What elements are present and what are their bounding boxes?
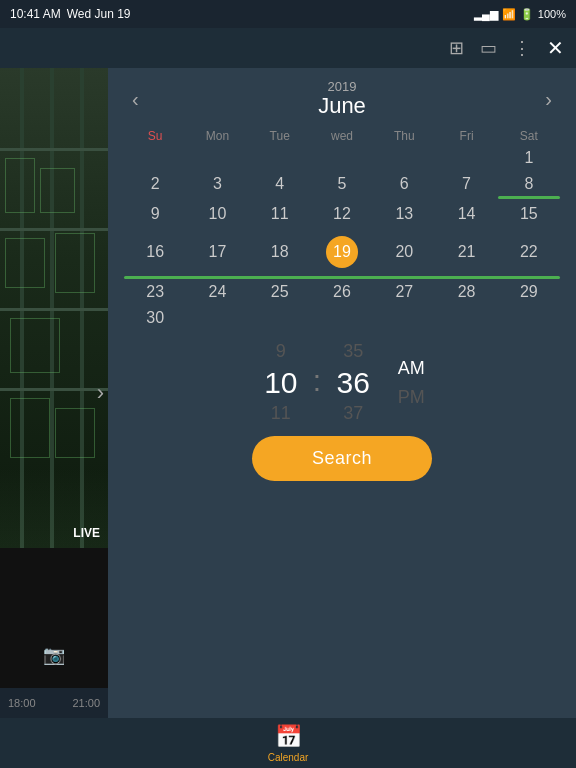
cal-day-13[interactable]: 13 [373, 201, 435, 227]
minute-below: 37 [343, 401, 363, 426]
grid-icon[interactable]: ⊞ [449, 37, 464, 59]
week-row-2: 9 10 11 12 13 14 15 [124, 201, 560, 231]
cal-cell-empty [186, 153, 248, 163]
time-separator: : [311, 364, 323, 398]
camera-scene [0, 68, 108, 548]
hour-column: 9 10 11 [251, 339, 311, 425]
cal-cell-empty [373, 153, 435, 163]
cal-cell-empty [435, 313, 497, 323]
cal-day-20[interactable]: 20 [373, 239, 435, 265]
bottom-tab-bar: 📅 Calendar [0, 718, 576, 768]
cal-day-26[interactable]: 26 [311, 279, 373, 305]
main-panel: ‹ 2019 June › Su Mon Tue wed Thu Fri Sat… [108, 68, 576, 718]
calendar-tab-label: Calendar [268, 752, 309, 763]
cal-day-30[interactable]: 30 [124, 305, 186, 331]
live-label: LIVE [73, 526, 100, 540]
battery-icon: 🔋 [520, 8, 534, 21]
calendar-month: June [318, 93, 366, 119]
signal-icon: ▂▄▆ [474, 8, 498, 21]
prev-month-button[interactable]: ‹ [124, 84, 147, 115]
week-row-4: 23 24 25 26 27 28 29 [124, 279, 560, 305]
cal-day-19-today[interactable]: 19 [311, 231, 373, 273]
status-right: ▂▄▆ 📶 🔋 100% [474, 8, 566, 21]
status-left: 10:41 AM Wed Jun 19 [10, 7, 131, 21]
cal-day-16[interactable]: 16 [124, 239, 186, 265]
cal-day-9[interactable]: 9 [124, 201, 186, 227]
hour-main: 10 [264, 365, 297, 401]
calendar-tab-icon: 📅 [275, 724, 302, 750]
camera-view: LIVE [0, 68, 108, 548]
cal-day-2[interactable]: 2 [124, 171, 186, 197]
am-label[interactable]: AM [398, 354, 425, 383]
camera-icon[interactable]: 📷 [43, 644, 65, 666]
cal-day-5[interactable]: 5 [311, 171, 373, 197]
timeline-bar: 18:00 21:00 [0, 688, 108, 718]
cal-day-24[interactable]: 24 [186, 279, 248, 305]
cal-day-1[interactable]: 1 [498, 145, 560, 171]
cal-day-22[interactable]: 22 [498, 239, 560, 265]
cal-day-14[interactable]: 14 [435, 201, 497, 227]
search-button[interactable]: Search [252, 436, 432, 481]
status-date: Wed Jun 19 [67, 7, 131, 21]
cal-day-17[interactable]: 17 [186, 239, 248, 265]
calendar-grid: Su Mon Tue wed Thu Fri Sat 1 2 3 4 5 6 7 [124, 127, 560, 331]
day-header-tue: Tue [249, 127, 311, 145]
week-row-5: 30 [124, 305, 560, 331]
cal-cell-empty [249, 313, 311, 323]
cal-day-4[interactable]: 4 [249, 171, 311, 197]
hour-above: 9 [276, 339, 286, 364]
cal-day-21[interactable]: 21 [435, 239, 497, 265]
week-row-1: 2 3 4 5 6 7 8 [124, 171, 560, 201]
cal-day-3[interactable]: 3 [186, 171, 248, 197]
calendar-header: ‹ 2019 June › [124, 80, 560, 119]
minute-column: 35 36 37 [323, 339, 383, 425]
status-bar: 10:41 AM Wed Jun 19 ▂▄▆ 📶 🔋 100% [0, 0, 576, 28]
toolbar-icons: ⊞ ▭ ⋮ ✕ [449, 36, 564, 60]
day-header-wed: wed [311, 127, 373, 145]
cal-day-25[interactable]: 25 [249, 279, 311, 305]
cal-day-8[interactable]: 8 [498, 171, 560, 197]
day-header-fri: Fri [435, 127, 497, 145]
cal-cell-empty [186, 313, 248, 323]
cal-day-7[interactable]: 7 [435, 171, 497, 197]
day-header-mon: Mon [186, 127, 248, 145]
cal-cell-empty [498, 313, 560, 323]
day-header-thu: Thu [373, 127, 435, 145]
cal-day-29[interactable]: 29 [498, 279, 560, 305]
calendar-title: 2019 June [318, 80, 366, 119]
wifi-icon: 📶 [502, 8, 516, 21]
close-icon[interactable]: ✕ [547, 36, 564, 60]
more-icon[interactable]: ⋮ [513, 37, 531, 59]
cal-day-28[interactable]: 28 [435, 279, 497, 305]
pm-label[interactable]: PM [398, 383, 425, 412]
expand-arrow[interactable]: › [97, 380, 104, 406]
layout-icon[interactable]: ▭ [480, 37, 497, 59]
cal-day-18[interactable]: 18 [249, 239, 311, 265]
next-month-button[interactable]: › [537, 84, 560, 115]
day-headers-row: Su Mon Tue wed Thu Fri Sat [124, 127, 560, 145]
timeline-end: 21:00 [72, 697, 100, 709]
cal-day-12[interactable]: 12 [311, 201, 373, 227]
battery-label: 100% [538, 8, 566, 20]
week-row-0: 1 [124, 145, 560, 171]
week-row-3: 16 17 18 19 20 21 22 [124, 231, 560, 279]
cal-cell-empty [435, 153, 497, 163]
cal-day-27[interactable]: 27 [373, 279, 435, 305]
cal-day-6[interactable]: 6 [373, 171, 435, 197]
camera-panel: LIVE › 18:00 21:00 📷 [0, 68, 108, 718]
hour-below: 11 [271, 401, 291, 426]
cal-cell-empty [249, 153, 311, 163]
cal-day-10[interactable]: 10 [186, 201, 248, 227]
cal-day-15[interactable]: 15 [498, 201, 560, 227]
cal-cell-empty [311, 313, 373, 323]
time-picker: 9 10 11 : 35 36 37 AM PM [124, 339, 560, 425]
status-time: 10:41 AM [10, 7, 61, 21]
day-header-sun: Su [124, 127, 186, 145]
minute-above: 35 [343, 339, 363, 364]
day-header-sat: Sat [498, 127, 560, 145]
cal-day-23[interactable]: 23 [124, 279, 186, 305]
minute-main: 36 [336, 365, 369, 401]
today-circle[interactable]: 19 [326, 236, 358, 268]
cal-day-11[interactable]: 11 [249, 201, 311, 227]
tab-calendar[interactable]: 📅 Calendar [268, 724, 309, 763]
